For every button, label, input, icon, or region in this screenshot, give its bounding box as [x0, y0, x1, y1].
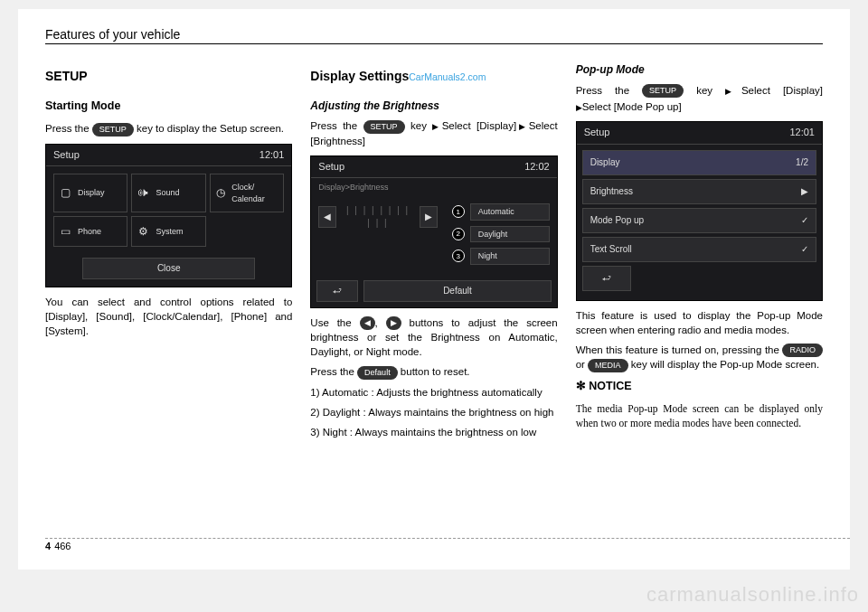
marker-3: 3 [452, 250, 465, 262]
col1-intro: Press the SETUP key to display the Setup… [45, 121, 292, 136]
decrease-arrow-icon: ◀ [318, 206, 336, 228]
notice-icon: ✻ [576, 379, 590, 392]
list-header: Display [590, 156, 620, 169]
col3-intro2: ▶Select [Mode Pop up] [576, 99, 823, 114]
back-icon: ⮐ [582, 266, 631, 291]
starting-mode-heading: Starting Mode [45, 99, 292, 115]
default-button: Default [363, 280, 551, 302]
media-key: MEDIA [588, 359, 628, 372]
chevron-right-icon: ▶ [432, 122, 441, 131]
chevron-right-icon: ▶ [725, 86, 741, 95]
option-night: Night [470, 248, 550, 265]
notice-body: The media Pop-up Mode screen can be disp… [576, 401, 823, 430]
col2-reset: Press the Default button to reset. [310, 364, 557, 379]
setup-key: SETUP [363, 120, 405, 134]
column-2: Display SettingsCarManuals2.com Adjustin… [310, 62, 557, 445]
popup-mode-heading: Pop-up Mode [576, 62, 823, 78]
list-item-1: 1) Automatic : Adjusts the brightness au… [310, 385, 557, 400]
col3-intro: Press the SETUP key ▶Select [Display] [576, 83, 823, 98]
scr-time: 12:02 [524, 160, 550, 174]
chevron-right-icon: ▶ [801, 185, 808, 198]
page-counter: 1/2 [796, 156, 808, 169]
display-icon: ▢ [58, 186, 72, 201]
column-1: SETUP Starting Mode Press the SETUP key … [45, 62, 292, 445]
display-list-screenshot: Setup 12:01 Display 1/2 Brightness ▶ Mod… [576, 121, 823, 300]
setup-main-screenshot: Setup 12:01 ▢Display 🕪Sound ◷Clock/ Cale… [45, 144, 292, 288]
notice-heading: ✻ NOTICE [576, 378, 823, 395]
menu-clock: ◷Clock/ Calendar [210, 174, 284, 212]
breadcrumb: Display>Brightness [311, 178, 556, 197]
chevron-right-icon: ▶ [576, 103, 582, 112]
col2-intro: Press the SETUP key ▶Select [Display]▶Se… [310, 118, 557, 148]
menu-display: ▢Display [53, 174, 127, 212]
marker-2: 2 [452, 228, 465, 240]
gear-icon: ⚙ [136, 224, 150, 239]
left-arrow-icon: ◀ [360, 316, 375, 330]
brightness-slider: | | | | | | | | | | | [342, 204, 413, 230]
check-icon: ✓ [801, 214, 808, 227]
scr-title: Setup [584, 126, 610, 139]
menu-phone: ▭Phone [53, 216, 127, 247]
display-settings-heading: Display SettingsCarManuals2.com [310, 68, 557, 86]
page-header: Features of your vehicle [45, 27, 823, 44]
option-automatic: Automatic [470, 203, 550, 221]
chapter-number: 4 [45, 541, 51, 551]
increase-arrow-icon: ▶ [420, 206, 438, 228]
col2-usage: Use the ◀, ▶ buttons to adjust the scree… [310, 315, 557, 360]
sound-icon: 🕪 [136, 186, 150, 201]
close-button: Close [82, 258, 255, 279]
default-key: Default [357, 366, 398, 380]
scr-time: 12:01 [259, 148, 285, 162]
list-item-2: 2) Daylight : Always maintains the brigh… [310, 405, 557, 419]
col3-desc2: When this feature is turned on, pressing… [576, 343, 823, 372]
clock-icon: ◷ [214, 186, 226, 201]
scr-title: Setup [318, 160, 344, 174]
menu-system: ⚙System [131, 216, 205, 247]
brightness-screenshot: Setup 12:02 Display>Brightness ◀ | | | |… [310, 155, 557, 308]
brightness-heading: Adjusting the Brightness [310, 99, 557, 114]
marker-1: 1 [452, 205, 465, 218]
radio-key: RADIO [782, 344, 823, 357]
scr-time: 12:01 [789, 126, 815, 139]
col1-desc: You can select and control options relat… [45, 295, 292, 338]
row-brightness: Brightness ▶ [582, 179, 816, 204]
row-mode-popup: Mode Pop up ✓ [582, 208, 816, 233]
content-columns: SETUP Starting Mode Press the SETUP key … [45, 62, 823, 445]
scr-title: Setup [53, 148, 80, 162]
setup-key: SETUP [642, 84, 684, 98]
column-3: Pop-up Mode Press the SETUP key ▶Select … [576, 62, 823, 445]
setup-key: SETUP [92, 123, 134, 137]
menu-sound: 🕪Sound [131, 174, 205, 212]
setup-heading: SETUP [45, 68, 292, 86]
back-icon: ⮐ [316, 280, 358, 302]
watermark-top: CarManuals2.com [409, 71, 486, 82]
page-footer: 4466 [45, 538, 850, 551]
col3-desc: This feature is used to display the Pop-… [576, 308, 823, 337]
list-item-3: 3) Night : Always maintains the brightne… [310, 425, 557, 439]
check-icon: ✓ [801, 243, 808, 256]
option-daylight: Daylight [470, 226, 550, 243]
right-arrow-icon: ▶ [386, 316, 401, 330]
manual-page: Features of your vehicle SETUP Starting … [18, 9, 850, 570]
watermark-bottom: carmanualsonline.info [646, 583, 859, 607]
page-number: 466 [54, 541, 71, 551]
chevron-right-icon: ▶ [516, 122, 529, 131]
phone-icon: ▭ [58, 224, 72, 239]
row-text-scroll: Text Scroll ✓ [582, 237, 816, 262]
